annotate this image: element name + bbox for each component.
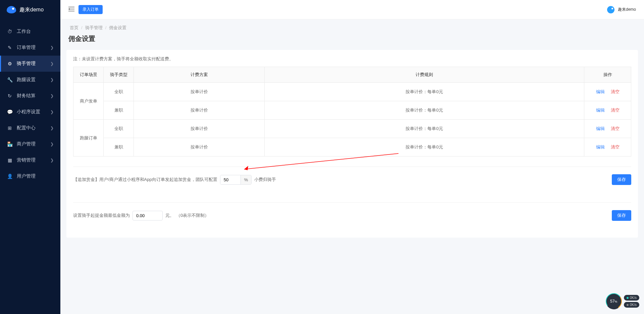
edit-link[interactable]: 编辑 [596, 108, 605, 113]
bonus-label-suffix: 小费归骑手 [254, 177, 276, 183]
table-row: 商户发单全职按单计价按单计价：每单0元编辑清空 [73, 83, 631, 101]
nav-label: 商户管理 [17, 141, 50, 147]
nav-label: 小程序设置 [17, 109, 50, 115]
bonus-percent-suffix: % [240, 175, 252, 184]
nav-label: 用户管理 [17, 173, 54, 179]
cell-type: 兼职 [104, 101, 134, 120]
sidebar-item-7[interactable]: 🏪商户管理❯ [0, 136, 60, 152]
user-menu[interactable]: 趣来demo [607, 6, 636, 13]
sidebar-item-8[interactable]: ▦营销管理❯ [0, 152, 60, 168]
username-label: 趣来demo [618, 7, 636, 12]
cell-rule: 按单计价：每单0元 [265, 120, 584, 138]
sidebar-item-3[interactable]: 🔧跑腿设置❯ [0, 72, 60, 88]
cell-type: 全职 [104, 83, 134, 101]
nav-icon: ⏱ [7, 29, 13, 34]
cell-type: 兼职 [104, 138, 134, 156]
table-row: 兼职按单计价按单计价：每单0元编辑清空 [73, 101, 631, 120]
nav-list: ⏱工作台✎订单管理❯⚙骑手管理❯🔧跑腿设置❯↻财务结算❯💬小程序设置❯⊞配置中心… [0, 19, 60, 184]
nav-icon: 🏪 [7, 141, 13, 147]
withdraw-unit: 元。 [165, 212, 174, 218]
cell-actions: 编辑清空 [584, 120, 631, 138]
table-row: 跑腿订单全职按单计价按单计价：每单0元编辑清空 [73, 120, 631, 138]
sidebar-item-9[interactable]: 👤用户管理 [0, 168, 60, 184]
sidebar-item-0[interactable]: ⏱工作台 [0, 23, 60, 40]
bonus-percent-input[interactable] [220, 175, 240, 184]
perf-widget[interactable]: 57% 0K/s 0K/s [606, 293, 639, 309]
bonus-label-prefix: 【追加赏金】用户/商户通过小程序和App向订单发起追加赏金，团队可配置 [73, 177, 217, 183]
cell-actions: 编辑清空 [584, 101, 631, 120]
bonus-setting-row: 【追加赏金】用户/商户通过小程序和App向订单发起追加赏金，团队可配置 % 小费… [73, 167, 631, 192]
note-text: 注：未设置计费方案，骑手将全额收取实付配送费。 [73, 56, 631, 62]
breadcrumb-item: 佣金设置 [109, 25, 126, 30]
th-type: 骑手类型 [104, 67, 134, 83]
page-title: 佣金设置 [68, 34, 636, 43]
logo-icon [7, 6, 16, 13]
chevron-right-icon: ❯ [50, 61, 54, 66]
enter-order-button[interactable]: 录入订单 [78, 5, 103, 14]
cell-plan: 按单计价 [134, 138, 265, 156]
sidebar-item-6[interactable]: ⊞配置中心❯ [0, 120, 60, 136]
cell-plan: 按单计价 [134, 101, 265, 120]
withdraw-save-button[interactable]: 保存 [612, 210, 631, 221]
chevron-right-icon: ❯ [50, 77, 54, 82]
commission-table: 订单场景 骑手类型 计费方案 计费规则 操作 商户发单全职按单计价按单计价：每单… [73, 67, 631, 156]
bonus-save-button[interactable]: 保存 [612, 174, 631, 185]
nav-label: 配置中心 [17, 125, 50, 131]
chevron-right-icon: ❯ [50, 142, 54, 146]
th-rule: 计费规则 [265, 67, 584, 83]
table-row: 兼职按单计价按单计价：每单0元编辑清空 [73, 138, 631, 156]
nav-label: 订单管理 [17, 45, 50, 51]
withdraw-amount-input[interactable] [132, 211, 163, 221]
breadcrumb: 首页/骑手管理/佣金设置 [68, 25, 636, 31]
cell-rule: 按单计价：每单0元 [265, 101, 584, 120]
chevron-right-icon: ❯ [50, 158, 54, 163]
chevron-right-icon: ❯ [50, 93, 54, 98]
cell-actions: 编辑清空 [584, 138, 631, 156]
perf-bar-down: 0K/s [624, 302, 639, 308]
withdraw-label-prefix: 设置骑手起提金额最低金额为 [73, 212, 130, 218]
cell-scene: 跑腿订单 [73, 120, 104, 156]
chevron-right-icon: ❯ [50, 126, 54, 130]
clear-link[interactable]: 清空 [611, 144, 620, 149]
nav-label: 财务结算 [17, 93, 50, 99]
nav-icon: ▦ [7, 158, 13, 163]
sidebar-item-5[interactable]: 💬小程序设置❯ [0, 104, 60, 120]
cell-actions: 编辑清空 [584, 83, 631, 101]
edit-link[interactable]: 编辑 [596, 144, 605, 149]
content-card: 注：未设置计费方案，骑手将全额收取实付配送费。 订单场景 骑手类型 计费方案 计… [66, 50, 638, 238]
chevron-right-icon: ❯ [50, 110, 54, 114]
nav-icon: 👤 [7, 174, 13, 179]
collapse-icon[interactable] [68, 7, 74, 12]
cell-scene: 商户发单 [73, 83, 104, 120]
cell-rule: 按单计价：每单0元 [265, 138, 584, 156]
th-plan: 计费方案 [134, 67, 265, 83]
perf-circle-icon: 57% [604, 292, 623, 311]
avatar-icon [607, 6, 614, 13]
nav-label: 工作台 [17, 28, 54, 35]
header: 录入订单 趣来demo [60, 0, 644, 19]
sidebar: 趣来demo ⏱工作台✎订单管理❯⚙骑手管理❯🔧跑腿设置❯↻财务结算❯💬小程序设… [0, 0, 60, 314]
breadcrumb-item[interactable]: 首页 [70, 25, 78, 30]
breadcrumb-item[interactable]: 骑手管理 [85, 25, 103, 30]
clear-link[interactable]: 清空 [611, 89, 620, 94]
sidebar-item-1[interactable]: ✎订单管理❯ [0, 40, 60, 56]
nav-label: 骑手管理 [17, 61, 50, 67]
clear-link[interactable]: 清空 [611, 108, 620, 113]
nav-icon: ↻ [7, 93, 13, 99]
edit-link[interactable]: 编辑 [596, 89, 605, 94]
nav-icon: 💬 [7, 109, 13, 115]
nav-label: 跑腿设置 [17, 77, 50, 83]
logo[interactable]: 趣来demo [0, 0, 60, 19]
perf-bar-up: 0K/s [624, 295, 639, 301]
cell-plan: 按单计价 [134, 120, 265, 138]
cell-type: 全职 [104, 120, 134, 138]
brand-name: 趣来demo [19, 6, 44, 13]
clear-link[interactable]: 清空 [611, 126, 620, 131]
withdraw-setting-row: 设置骑手起提金额最低金额为 元。 （0表示不限制） 保存 [73, 203, 631, 228]
sidebar-item-2[interactable]: ⚙骑手管理❯ [0, 56, 60, 72]
page-head: 首页/骑手管理/佣金设置 佣金设置 [60, 19, 644, 50]
edit-link[interactable]: 编辑 [596, 126, 605, 131]
cell-rule: 按单计价：每单0元 [265, 83, 584, 101]
th-scene: 订单场景 [73, 67, 104, 83]
sidebar-item-4[interactable]: ↻财务结算❯ [0, 88, 60, 104]
